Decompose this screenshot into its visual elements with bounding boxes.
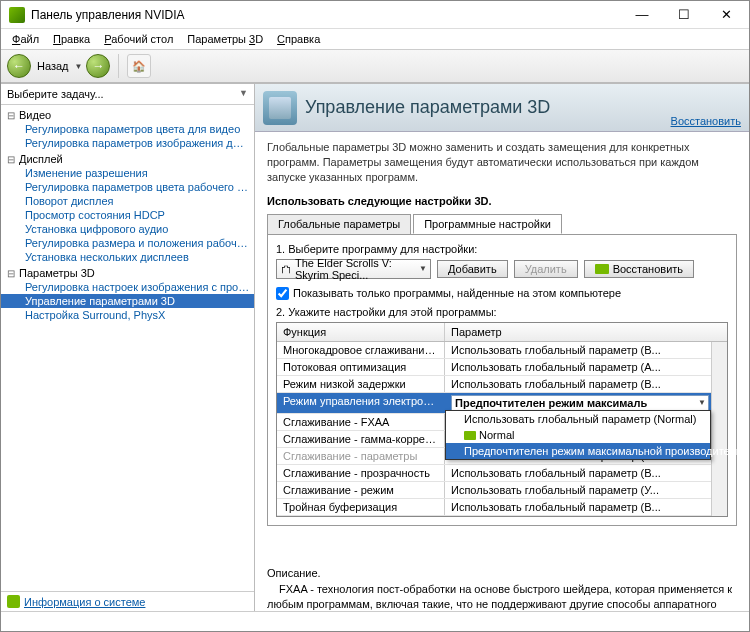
settings-table: Функция Параметр Многокадровое сглаживан… (276, 322, 728, 517)
parameter-select[interactable]: Предпочтителен режим максималь▼ (451, 395, 709, 411)
tree-item[interactable]: Настройка Surround, PhysX (1, 308, 254, 322)
tab-content: 1. Выберите программу для настройки: ⛫ T… (267, 234, 737, 526)
tree-group-Параметры 3D[interactable]: Параметры 3D (1, 266, 254, 280)
help-description: Описание. FXAA - технология пост-обработ… (267, 566, 737, 611)
window-title: Панель управления NVIDIA (31, 8, 621, 22)
task-label: Выберите задачу... (7, 88, 104, 100)
tree-item[interactable]: Установка цифрового аудио (1, 222, 254, 236)
close-button[interactable]: ✕ (705, 2, 747, 28)
main-panel: Управление параметрами 3D Восстановить Г… (255, 84, 749, 611)
back-label: Назад (37, 60, 69, 72)
menu-file[interactable]: Файл (7, 31, 44, 47)
settings-tabs: Глобальные параметры Программные настрой… (267, 214, 737, 235)
tree-item[interactable]: Регулировка настроек изображения с просм… (1, 280, 254, 294)
tree-item[interactable]: Регулировка параметров цвета для видео (1, 122, 254, 136)
col-function-header[interactable]: Функция (277, 323, 445, 341)
home-button[interactable]: 🏠 (127, 54, 151, 78)
program-select-value: The Elder Scrolls V: Skyrim Speci... (295, 257, 426, 281)
back-history-dropdown[interactable]: ▼ (75, 62, 83, 71)
page-header: Управление параметрами 3D Восстановить (255, 84, 749, 132)
table-row[interactable]: Режим низкой задержкиИспользовать глобал… (277, 376, 727, 393)
dropdown-option[interactable]: Использовать глобальный параметр (Normal… (446, 411, 710, 427)
menu-desktop[interactable]: Рабочий стол (99, 31, 178, 47)
menu-3d[interactable]: Параметры 3D (182, 31, 268, 47)
tree-item[interactable]: Регулировка размера и положения рабочего… (1, 236, 254, 250)
tree-group-Видео[interactable]: Видео (1, 108, 254, 122)
dropdown-option[interactable]: Normal (446, 427, 710, 443)
nav-toolbar: ← Назад ▼ → 🏠 (1, 49, 749, 83)
page-title: Управление параметрами 3D (305, 97, 671, 118)
task-tree[interactable]: ВидеоРегулировка параметров цвета для ви… (1, 105, 254, 591)
header-3d-icon (263, 91, 297, 125)
restore-defaults-link[interactable]: Восстановить (671, 115, 741, 131)
tree-item[interactable]: Просмотр состояния HDCP (1, 208, 254, 222)
desc-body: FXAA - технология пост-обработки на осно… (267, 582, 737, 611)
title-bar: Панель управления NVIDIA — ☐ ✕ (1, 1, 749, 29)
forward-button[interactable]: → (86, 54, 110, 78)
menu-bar: Файл Правка Рабочий стол Параметры 3D Сп… (1, 29, 749, 49)
back-button[interactable]: ← (7, 54, 31, 78)
step1-label: 1. Выберите программу для настройки: (276, 243, 728, 255)
sidebar-collapse-icon[interactable]: ▼ (239, 88, 248, 100)
table-row[interactable]: Многокадровое сглаживание (MFAA)Использо… (277, 342, 727, 359)
tab-program[interactable]: Программные настройки (413, 214, 562, 234)
desc-heading: Описание. (267, 566, 737, 581)
remove-button: Удалить (514, 260, 578, 278)
system-info-link[interactable]: Информация о системе (24, 596, 145, 608)
nvidia-app-icon (9, 7, 25, 23)
tree-group-Дисплей[interactable]: Дисплей (1, 152, 254, 166)
show-only-label: Показывать только программы, найденные н… (293, 287, 621, 299)
col-parameter-header[interactable]: Параметр (445, 323, 727, 341)
tab-global[interactable]: Глобальные параметры (267, 214, 411, 234)
tree-item[interactable]: Управление параметрами 3D (1, 294, 254, 308)
nvidia-logo-icon (7, 595, 20, 608)
parameter-dropdown[interactable]: Использовать глобальный параметр (Normal… (445, 410, 711, 460)
tree-item[interactable]: Регулировка параметров цвета рабочего ст… (1, 180, 254, 194)
tree-item[interactable]: Установка нескольких дисплеев (1, 250, 254, 264)
show-only-checkbox[interactable] (276, 287, 289, 300)
status-bar (1, 611, 749, 631)
menu-edit[interactable]: Правка (48, 31, 95, 47)
task-sidebar: Выберите задачу... ▼ ВидеоРегулировка па… (1, 84, 255, 611)
program-select[interactable]: ⛫ The Elder Scrolls V: Skyrim Speci... ▼ (276, 259, 431, 279)
step2-label: 2. Укажите настройки для этой программы: (276, 306, 728, 318)
settings-section-title: Использовать следующие настройки 3D. (267, 195, 737, 207)
table-row[interactable]: Тройная буферизацияИспользовать глобальн… (277, 499, 727, 516)
tree-item[interactable]: Изменение разрешения (1, 166, 254, 180)
add-button[interactable]: Добавить (437, 260, 508, 278)
menu-help[interactable]: Справка (272, 31, 325, 47)
minimize-button[interactable]: — (621, 2, 663, 28)
table-row[interactable]: Сглаживание - режимИспользовать глобальн… (277, 482, 727, 499)
tree-item[interactable]: Регулировка параметров изображения для в… (1, 136, 254, 150)
tree-item[interactable]: Поворот дисплея (1, 194, 254, 208)
maximize-button[interactable]: ☐ (663, 2, 705, 28)
show-only-checkbox-row[interactable]: Показывать только программы, найденные н… (276, 287, 728, 300)
table-row[interactable]: Потоковая оптимизацияИспользовать глобал… (277, 359, 727, 376)
table-scrollbar[interactable] (711, 342, 727, 516)
page-description: Глобальные параметры 3D можно заменить и… (267, 140, 737, 185)
chevron-down-icon: ▼ (698, 398, 706, 407)
restore-program-button[interactable]: Восстановить (584, 260, 694, 278)
table-row[interactable]: Сглаживание - прозрачностьИспользовать г… (277, 465, 727, 482)
chevron-down-icon: ▼ (419, 264, 427, 273)
dropdown-option[interactable]: Предпочтителен режим максимальной произв… (446, 443, 710, 459)
